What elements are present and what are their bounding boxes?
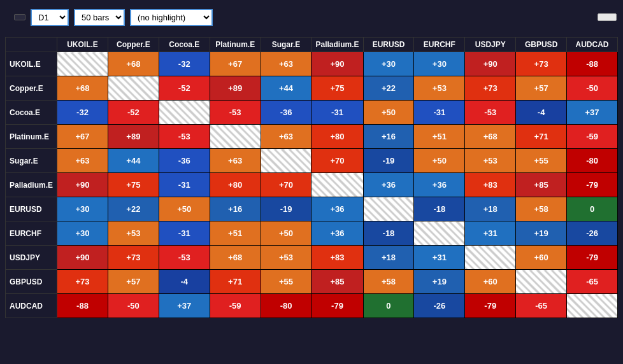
trade-list-button[interactable] (598, 13, 617, 21)
cell-4-9[interactable]: +55 (516, 149, 567, 173)
cell-0-9[interactable]: +73 (516, 52, 567, 76)
cell-4-2[interactable]: -36 (159, 149, 210, 173)
cell-9-3[interactable]: +71 (210, 270, 261, 294)
cell-1-9[interactable]: +57 (516, 76, 567, 101)
cell-0-10[interactable]: -88 (567, 52, 618, 76)
cell-6-5[interactable]: +36 (312, 197, 363, 221)
cell-8-5[interactable]: +83 (312, 246, 363, 270)
cell-6-8[interactable]: +18 (465, 197, 516, 221)
cell-6-7[interactable]: -18 (414, 197, 465, 221)
cell-2-0[interactable]: -32 (57, 101, 108, 125)
cell-7-9[interactable]: +19 (516, 221, 567, 246)
cell-2-7[interactable]: -31 (414, 101, 465, 125)
cell-2-6[interactable]: +50 (363, 101, 414, 125)
cell-5-9[interactable]: +85 (516, 173, 567, 197)
cell-5-0[interactable]: +90 (57, 173, 108, 197)
cell-6-6[interactable] (363, 197, 414, 221)
cell-2-2[interactable] (159, 101, 210, 125)
cell-1-8[interactable]: +73 (465, 76, 516, 101)
cell-5-5[interactable] (312, 173, 363, 197)
cell-7-7[interactable] (414, 221, 465, 246)
cell-4-6[interactable]: -19 (363, 149, 414, 173)
cell-5-3[interactable]: +80 (210, 173, 261, 197)
cell-5-6[interactable]: +36 (363, 173, 414, 197)
cell-3-4[interactable]: +63 (261, 125, 312, 149)
cell-7-8[interactable]: +31 (465, 221, 516, 246)
cell-4-1[interactable]: +44 (108, 149, 159, 173)
cell-3-6[interactable]: +16 (363, 125, 414, 149)
cell-1-7[interactable]: +53 (414, 76, 465, 101)
cell-2-1[interactable]: -52 (108, 101, 159, 125)
cell-0-3[interactable]: +67 (210, 52, 261, 76)
cell-1-1[interactable] (108, 76, 159, 101)
cell-2-5[interactable]: -31 (312, 101, 363, 125)
cell-10-5[interactable]: -79 (312, 294, 363, 318)
cell-3-0[interactable]: +67 (57, 125, 108, 149)
cell-7-1[interactable]: +53 (108, 221, 159, 246)
cell-10-8[interactable]: -79 (465, 294, 516, 318)
cell-7-10[interactable]: -26 (567, 221, 618, 246)
cell-0-7[interactable]: +30 (414, 52, 465, 76)
bars-select[interactable]: 50 bars (74, 9, 125, 26)
cell-1-6[interactable]: +22 (363, 76, 414, 101)
cell-10-7[interactable]: -26 (414, 294, 465, 318)
cell-8-10[interactable]: -79 (567, 246, 618, 270)
cell-2-9[interactable]: -4 (516, 101, 567, 125)
cell-8-2[interactable]: -53 (159, 246, 210, 270)
cell-1-5[interactable]: +75 (312, 76, 363, 101)
cell-3-5[interactable]: +80 (312, 125, 363, 149)
cell-6-4[interactable]: -19 (261, 197, 312, 221)
cell-8-9[interactable]: +60 (516, 246, 567, 270)
cell-4-10[interactable]: -80 (567, 149, 618, 173)
cell-3-7[interactable]: +51 (414, 125, 465, 149)
cell-9-6[interactable]: +58 (363, 270, 414, 294)
cell-10-4[interactable]: -80 (261, 294, 312, 318)
cell-7-4[interactable]: +50 (261, 221, 312, 246)
cell-0-8[interactable]: +90 (465, 52, 516, 76)
cell-5-8[interactable]: +83 (465, 173, 516, 197)
cell-0-1[interactable]: +68 (108, 52, 159, 76)
cell-9-1[interactable]: +57 (108, 270, 159, 294)
cell-5-7[interactable]: +36 (414, 173, 465, 197)
cell-7-2[interactable]: -31 (159, 221, 210, 246)
cell-5-2[interactable]: -31 (159, 173, 210, 197)
cell-7-3[interactable]: +51 (210, 221, 261, 246)
cell-9-10[interactable]: -65 (567, 270, 618, 294)
cell-0-4[interactable]: +63 (261, 52, 312, 76)
cell-10-10[interactable] (567, 294, 618, 318)
cell-4-8[interactable]: +53 (465, 149, 516, 173)
cell-6-3[interactable]: +16 (210, 197, 261, 221)
cell-3-9[interactable]: +71 (516, 125, 567, 149)
cell-0-5[interactable]: +90 (312, 52, 363, 76)
cell-8-8[interactable] (465, 246, 516, 270)
cell-10-1[interactable]: -50 (108, 294, 159, 318)
cell-4-5[interactable]: +70 (312, 149, 363, 173)
cell-2-8[interactable]: -53 (465, 101, 516, 125)
cell-3-8[interactable]: +68 (465, 125, 516, 149)
cell-9-2[interactable]: -4 (159, 270, 210, 294)
cell-1-4[interactable]: +44 (261, 76, 312, 101)
cell-4-3[interactable]: +63 (210, 149, 261, 173)
cell-3-3[interactable] (210, 125, 261, 149)
cell-0-0[interactable] (57, 52, 108, 76)
cell-1-0[interactable]: +68 (57, 76, 108, 101)
cell-8-4[interactable]: +53 (261, 246, 312, 270)
cell-7-5[interactable]: +36 (312, 221, 363, 246)
cell-10-0[interactable]: -88 (57, 294, 108, 318)
cell-6-1[interactable]: +22 (108, 197, 159, 221)
timeframe-select[interactable]: D1 (31, 9, 69, 26)
cell-8-7[interactable]: +31 (414, 246, 465, 270)
cell-1-10[interactable]: -50 (567, 76, 618, 101)
cell-2-3[interactable]: -53 (210, 101, 261, 125)
cell-8-0[interactable]: +90 (57, 246, 108, 270)
cell-8-6[interactable]: +18 (363, 246, 414, 270)
cell-6-0[interactable]: +30 (57, 197, 108, 221)
cell-9-5[interactable]: +85 (312, 270, 363, 294)
dots-button[interactable] (14, 14, 25, 20)
cell-5-1[interactable]: +75 (108, 173, 159, 197)
cell-7-6[interactable]: -18 (363, 221, 414, 246)
cell-6-2[interactable]: +50 (159, 197, 210, 221)
cell-1-2[interactable]: -52 (159, 76, 210, 101)
cell-9-4[interactable]: +55 (261, 270, 312, 294)
cell-5-4[interactable]: +70 (261, 173, 312, 197)
